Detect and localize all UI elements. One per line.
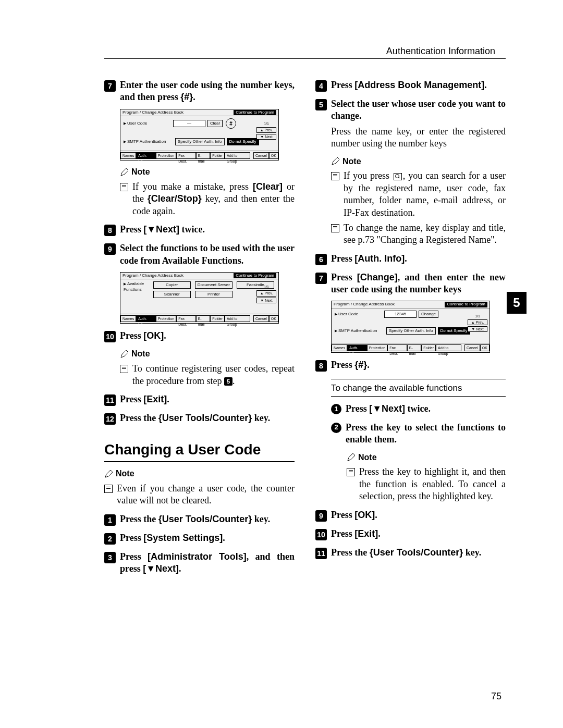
ss1-usercode-input[interactable]: — [173, 120, 205, 127]
sub-rule [331, 396, 506, 397]
r-step-8: 8 Press {#}. [315, 359, 506, 372]
func-docserver[interactable]: Document Server [195, 281, 232, 289]
note-label: Note [331, 156, 506, 167]
step-number-icon: 9 [104, 243, 116, 255]
ss2-cancel-button[interactable]: Cancel [253, 315, 269, 322]
step-number-icon: 7 [315, 273, 327, 284]
tab-auth-info[interactable]: Auth. Info [347, 344, 367, 351]
clear-ref: [Clear] [253, 181, 283, 192]
screenshot-user-code-entry: Program / Change Address Book Continue t… [120, 109, 279, 161]
sub-step-2: 2 Press the key to select the functions … [331, 422, 506, 446]
ss3-prev-button[interactable]: ▲ Prev. [468, 319, 487, 325]
running-header: Authentication Information [386, 46, 495, 57]
r-step-10: 10 Press [Exit]. [315, 528, 506, 540]
page-number: 75 [491, 691, 501, 702]
ss3-title: Program / Change Address Book [334, 302, 395, 307]
noteA2: To change the name, key display and titl… [344, 222, 506, 246]
ss1-ok-button[interactable]: OK [269, 152, 278, 159]
ss2-continue[interactable]: Continue to Program [234, 273, 276, 278]
tab-names[interactable]: Names [120, 152, 136, 159]
tab-email[interactable]: E-mail [196, 315, 211, 322]
note-bullet: Press the key to highlight it, and then … [347, 466, 506, 502]
r-step-7: 7 Press [Change], and then enter the new… [315, 272, 506, 296]
ss3-usercode-input[interactable]: 12345 [384, 311, 417, 318]
hash-key: {#} [180, 92, 193, 102]
ss3-smtp-label: SMTP Authentication [335, 328, 384, 334]
step-7-text-a: Enter the user code using the number key… [120, 80, 295, 102]
tab-protection[interactable]: Protection [156, 315, 177, 322]
tab-auth-info[interactable]: Auth. Info [136, 152, 156, 159]
tab-protection[interactable]: Protection [156, 152, 177, 159]
step-number-icon: 1 [104, 514, 116, 526]
ss3-specify-button[interactable]: Specify Other Auth. Info [386, 327, 436, 335]
ss1-title: Program / Change Address Book [123, 110, 183, 115]
ss1-specify-button[interactable]: Specify Other Auth. Info [175, 138, 225, 145]
ss2-page-indicator: 1/1 [264, 285, 269, 289]
search-key-icon [394, 173, 402, 180]
substep-number-icon: 1 [331, 404, 341, 414]
tab-fax-dest[interactable]: Fax Dest. [387, 344, 407, 351]
step-9: 9 Select the functions to be used with t… [104, 242, 295, 267]
tab-names[interactable]: Names [120, 315, 136, 322]
tab-fax-dest[interactable]: Fax Dest. [176, 152, 195, 159]
tab-auth-info[interactable]: Auth. Info [136, 315, 156, 322]
ss3-page-indicator: 1/1 [475, 314, 480, 318]
ss3-continue[interactable]: Continue to Program [445, 302, 487, 307]
pencil-icon [120, 168, 128, 177]
func-copier[interactable]: Copier [153, 281, 191, 289]
tab-email[interactable]: E-mail [196, 152, 211, 159]
ss3-cancel-button[interactable]: Cancel [464, 344, 480, 351]
tab-fax-dest[interactable]: Fax Dest. [176, 315, 195, 322]
step-number-icon: 5 [315, 99, 327, 110]
tab-folder[interactable]: Folder [421, 344, 436, 351]
tab-add-group[interactable]: Add to Group [225, 152, 250, 159]
ss3-tabs: Names Auth. Info Protection Fax Dest. E-… [332, 343, 489, 352]
step-number-icon: 8 [315, 360, 327, 372]
ss1-prev-button[interactable]: ▲ Prev. [256, 127, 276, 133]
sub-rule [331, 379, 506, 380]
ss3-ok-button[interactable]: OK [480, 344, 489, 351]
ss1-smtp-label: SMTP Authentication [124, 139, 173, 144]
step-10: 10 Press [OK]. [104, 330, 295, 342]
ss1-continue[interactable]: Continue to Program [234, 110, 276, 115]
c-step-2: 2 Press [System Settings]. [104, 532, 295, 545]
section-title: Changing a User Code [104, 440, 295, 459]
ss2-prev-button[interactable]: ▲ Prev. [256, 290, 276, 296]
ss2-ok-button[interactable]: OK [269, 315, 278, 322]
hash-icon[interactable]: # [226, 118, 236, 129]
tab-protection[interactable]: Protection [367, 344, 388, 351]
section-rule [104, 461, 295, 462]
func-scanner[interactable]: Scanner [153, 291, 191, 298]
screenshot-change-user-code: Program / Change Address Book Continue t… [331, 301, 490, 352]
step-number-icon: 11 [315, 548, 327, 559]
noteB-text: Press the key to highlight it, and then … [359, 466, 506, 502]
ss1-donot-button[interactable]: Do not Specify [227, 138, 259, 145]
ss3-change-button[interactable]: Change [419, 311, 438, 318]
tab-add-group[interactable]: Add to Group [225, 315, 250, 322]
tab-names[interactable]: Names [332, 344, 347, 351]
bullet-icon [347, 468, 355, 476]
ss2-next-button[interactable]: ▼ Next [256, 298, 276, 303]
ss3-next-button[interactable]: ▼ Next [468, 326, 487, 332]
header-rule [104, 58, 506, 59]
tab-add-group[interactable]: Add to Group [436, 344, 461, 351]
func-printer[interactable]: Printer [195, 291, 232, 298]
left-column: 7 Enter the user code using the number k… [104, 73, 295, 575]
tab-folder[interactable]: Folder [210, 315, 225, 322]
step-number-icon: 10 [104, 331, 116, 342]
ss1-next-button[interactable]: ▼ Next [256, 134, 276, 140]
pencil-icon [120, 350, 128, 359]
ss3-donot-button[interactable]: Do not Specify [438, 327, 470, 335]
note-bullet: Even if you change a user code, the coun… [104, 483, 295, 507]
tab-email[interactable]: E-mail [407, 344, 422, 351]
ss2-avail-label: Available Functions [124, 281, 153, 292]
r-step-9: 9 Press [OK]. [315, 509, 506, 522]
note-label: Note [120, 167, 295, 178]
note1-text-a: If you make a mistake, press [132, 181, 253, 192]
ss1-clear-button[interactable]: Clear [207, 120, 223, 127]
ss1-cancel-button[interactable]: Cancel [253, 152, 269, 159]
pencil-icon [104, 470, 113, 478]
tab-folder[interactable]: Folder [210, 152, 225, 159]
step-12: 12 Press the {User Tools/Counter} key. [104, 412, 295, 425]
step-7: 7 Enter the user code using the number k… [104, 79, 295, 104]
